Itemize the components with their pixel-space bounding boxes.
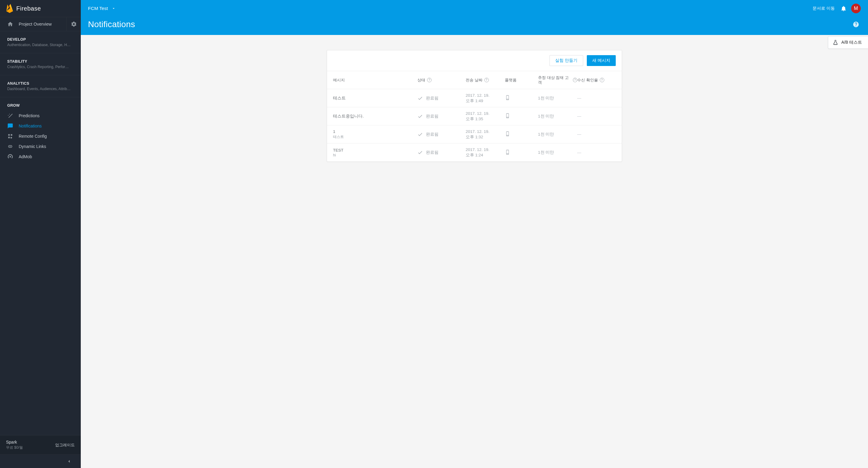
phone-icon [505, 113, 510, 118]
row-platform [505, 95, 538, 101]
sidebar-section-grow: GROW [0, 97, 81, 110]
chevron-left-icon [66, 459, 72, 464]
plan-sub: 무료 $0/월 [6, 445, 23, 450]
th-message: 메시지 [333, 78, 417, 83]
sidebar-item-remote-config[interactable]: Remote Config [0, 131, 81, 141]
table-header: 메시지 상태 ? 전송 날짜 ? 플랫폼 추정 대상 잠재 고객 ? 수신 확인… [327, 71, 622, 89]
row-message: 테스트 [333, 96, 417, 101]
help-icon [852, 21, 859, 28]
row-open-rate: — [577, 150, 607, 155]
bell-icon [840, 5, 847, 12]
phone-icon [505, 150, 510, 155]
row-platform [505, 131, 538, 137]
row-status: 완료됨 [417, 96, 466, 101]
new-message-button[interactable]: 새 메시지 [587, 55, 616, 66]
row-date: 2017. 12. 19.오후 1:49 [466, 93, 505, 103]
plan-box: Spark 무료 $0/월 업그레이드 [0, 435, 81, 455]
row-date: 2017. 12. 19.오후 1:24 [466, 147, 505, 158]
sidebar-section-stability[interactable]: STABILITY Crashlytics, Crash Reporting, … [0, 53, 81, 71]
row-platform [505, 150, 538, 156]
project-overview-label: Project Overview [19, 22, 52, 27]
remote-config-icon [7, 133, 13, 139]
row-status: 완료됨 [417, 150, 466, 155]
project-overview-link[interactable]: Project Overview [0, 21, 66, 27]
main: FCM Test 문서로 이동 M Notifications A/B 테스트 [81, 0, 868, 468]
notifications-bell[interactable] [840, 5, 847, 12]
sidebar-section-analytics[interactable]: ANALYTICS Dashboard, Events, Audiences, … [0, 75, 81, 93]
row-date: 2017. 12. 19.오후 1:35 [466, 111, 505, 121]
row-status: 완료됨 [417, 132, 466, 137]
row-message: 테스트중입니다. [333, 114, 417, 119]
row-open-rate: — [577, 96, 607, 100]
sidebar-section-develop[interactable]: DEVELOP Authentication, Database, Storag… [0, 31, 81, 49]
chat-icon [7, 123, 13, 129]
row-status: 완료됨 [417, 114, 466, 119]
help-icon[interactable]: ? [573, 78, 577, 82]
row-audience: 1천 미만 [538, 114, 577, 119]
chevron-down-icon [112, 6, 116, 10]
sidebar-item-notifications[interactable]: Notifications [0, 121, 81, 131]
home-icon [7, 21, 13, 27]
titlebar: Notifications [81, 17, 868, 35]
firebase-logo-icon [6, 4, 13, 13]
row-date: 2017. 12. 19.오후 1:32 [466, 129, 505, 139]
row-open-rate: — [577, 114, 607, 118]
wand-icon [7, 113, 13, 119]
plan-name: Spark [6, 440, 23, 444]
help-icon[interactable]: ? [484, 78, 489, 82]
th-status: 상태 ? [417, 78, 466, 83]
sidebar-item-predictions[interactable]: Predictions [0, 111, 81, 121]
project-picker[interactable]: FCM Test [88, 6, 116, 11]
sidebar-item-admob[interactable]: AdMob [0, 152, 81, 162]
phone-icon [505, 95, 510, 100]
table-row[interactable]: 테스트 완료됨 2017. 12. 19.오후 1:49 1천 미만 — [327, 89, 622, 107]
row-message: 1 테스트 [333, 129, 417, 139]
avatar[interactable]: M [851, 4, 861, 13]
sidebar-item-dynamic-links[interactable]: Dynamic Links [0, 141, 81, 152]
notifications-card: 실험 만들기 새 메시지 메시지 상태 ? 전송 날짜 ? 플랫폼 추정 대상 … [327, 50, 622, 162]
page-help-button[interactable] [851, 20, 861, 29]
firebase-wordmark: Firebase [16, 5, 41, 12]
th-platform: 플랫폼 [505, 78, 538, 83]
check-icon [417, 114, 423, 119]
firebase-logo[interactable]: Firebase [0, 0, 81, 17]
svg-point-0 [10, 156, 11, 158]
docs-link[interactable]: 문서로 이동 [812, 6, 835, 11]
check-icon [417, 96, 423, 101]
gear-icon [71, 21, 77, 27]
th-audience: 추정 대상 잠재 고객 ? [538, 75, 577, 85]
th-sent: 전송 날짜 ? [466, 78, 505, 83]
page-title: Notifications [88, 20, 135, 29]
topbar: FCM Test 문서로 이동 M [81, 0, 868, 17]
upgrade-button[interactable]: 업그레이드 [55, 442, 75, 448]
blue-header: FCM Test 문서로 이동 M Notifications [81, 0, 868, 35]
check-icon [417, 132, 423, 137]
card-actions: 실험 만들기 새 메시지 [327, 50, 622, 71]
project-overview-row: Project Overview [0, 17, 81, 31]
sidebar-nav: DEVELOP Authentication, Database, Storag… [0, 31, 81, 435]
row-audience: 1천 미만 [538, 96, 577, 101]
row-audience: 1천 미만 [538, 132, 577, 137]
phone-icon [505, 131, 510, 136]
row-platform [505, 113, 538, 119]
project-settings-button[interactable] [66, 17, 81, 31]
sidebar: Firebase Project Overview DEVELOP Authen… [0, 0, 81, 468]
table-row[interactable]: 1 테스트 완료됨 2017. 12. 19.오후 1:32 1천 미만 — [327, 125, 622, 144]
row-audience: 1천 미만 [538, 150, 577, 155]
sidebar-collapse-button[interactable] [0, 455, 81, 468]
help-icon[interactable]: ? [427, 78, 432, 82]
content-area: 실험 만들기 새 메시지 메시지 상태 ? 전송 날짜 ? 플랫폼 추정 대상 … [81, 35, 868, 468]
th-open-rate: 수신 확인율 ? [577, 78, 607, 83]
row-open-rate: — [577, 132, 607, 136]
create-experiment-button[interactable]: 실험 만들기 [550, 55, 583, 66]
table-row[interactable]: TEST hi 완료됨 2017. 12. 19.오후 1:24 1천 미만 — [327, 144, 622, 161]
admob-icon [7, 154, 13, 160]
link-icon [7, 144, 13, 150]
row-message: TEST hi [333, 148, 417, 157]
help-icon[interactable]: ? [600, 78, 604, 82]
check-icon [417, 150, 423, 155]
table-row[interactable]: 테스트중입니다. 완료됨 2017. 12. 19.오후 1:35 1천 미만 … [327, 107, 622, 125]
